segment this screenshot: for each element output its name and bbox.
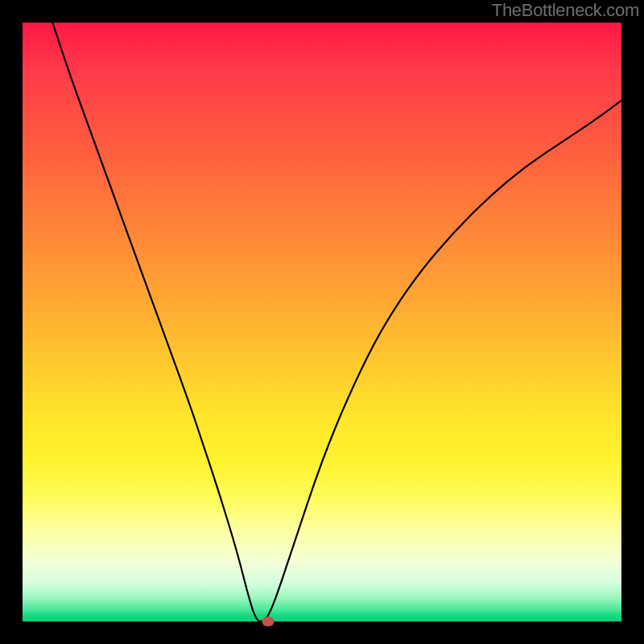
chart-frame: TheBottleneck.com (0, 0, 644, 644)
plot-area (23, 23, 621, 621)
credit-watermark: TheBottleneck.com (492, 0, 639, 21)
curve-svg (23, 23, 621, 621)
bottleneck-curve (52, 23, 621, 621)
optimal-point-marker (262, 617, 275, 626)
